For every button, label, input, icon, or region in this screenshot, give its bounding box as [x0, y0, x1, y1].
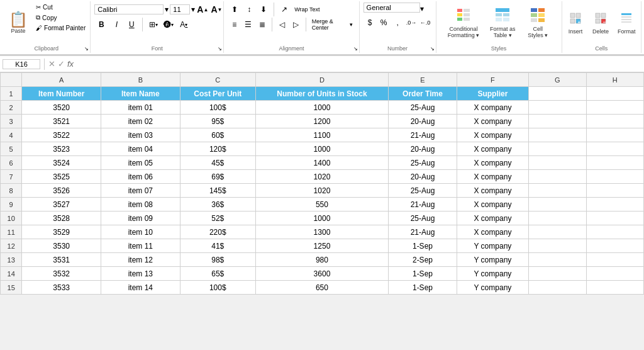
cell-D5[interactable]: 1000 — [255, 142, 388, 156]
decrease-decimal-button[interactable]: ←.0 — [419, 16, 432, 30]
cell-C5[interactable]: 120$ — [180, 142, 255, 156]
cell-A9[interactable]: 3527 — [22, 198, 101, 212]
cell-A4[interactable]: 3522 — [22, 128, 101, 142]
cell-G1[interactable] — [529, 87, 586, 101]
cell-D2[interactable]: 1000 — [255, 101, 388, 115]
cell-C8[interactable]: 145$ — [180, 184, 255, 198]
cell-H5[interactable] — [586, 142, 644, 156]
cell-C4[interactable]: 60$ — [180, 128, 255, 142]
font-launcher[interactable]: ↘ — [218, 46, 222, 52]
cell-E14[interactable]: 1-Sep — [389, 267, 457, 281]
cell-D1[interactable]: Number of Units in Stock — [255, 87, 388, 101]
font-color-button[interactable]: A▾ — [177, 18, 191, 31]
row-number-1[interactable]: 1 — [1, 87, 22, 101]
cell-F10[interactable]: X company — [457, 212, 528, 225]
cell-E8[interactable]: 25-Aug — [389, 184, 457, 198]
row-number-10[interactable]: 10 — [1, 212, 22, 225]
merge-center-button[interactable]: Merge & Center ▾ — [309, 18, 355, 31]
format-as-table-button[interactable]: Format asTable ▾ — [485, 4, 520, 42]
cell-F9[interactable]: X company — [457, 198, 528, 212]
paste-button[interactable]: 📋 Paste — [4, 3, 32, 43]
format-painter-button[interactable]: 🖌 Format Painter — [33, 23, 88, 33]
cell-B6[interactable]: item 05 — [101, 156, 180, 170]
align-bottom-button[interactable]: ⬇ — [257, 3, 270, 16]
cell-D14[interactable]: 3600 — [255, 267, 388, 281]
cell-C11[interactable]: 220$ — [180, 225, 255, 239]
cell-D4[interactable]: 1100 — [255, 128, 388, 142]
borders-button[interactable]: ⊞▾ — [147, 18, 160, 31]
italic-button[interactable]: I — [109, 18, 123, 31]
cell-B9[interactable]: item 08 — [101, 198, 180, 212]
col-header-E[interactable]: E — [389, 73, 457, 87]
cell-H9[interactable] — [586, 198, 644, 212]
cell-B1[interactable]: Item Name — [101, 87, 180, 101]
percent-button[interactable]: % — [377, 16, 391, 30]
cell-B13[interactable]: item 12 — [101, 253, 180, 267]
cell-F11[interactable]: X company — [457, 225, 528, 239]
shrink-font-button[interactable]: A▼ — [210, 3, 223, 16]
cell-C12[interactable]: 41$ — [180, 239, 255, 253]
delete-button[interactable]: − Delete — [589, 8, 612, 38]
cell-C9[interactable]: 36$ — [180, 198, 255, 212]
cell-F2[interactable]: X company — [457, 101, 528, 115]
cell-F14[interactable]: Y company — [457, 267, 528, 281]
row-number-12[interactable]: 12 — [1, 239, 22, 253]
rotate-text-button[interactable]: ↗ — [277, 3, 291, 16]
align-top-button[interactable]: ⬆ — [228, 3, 242, 16]
cell-H6[interactable] — [586, 156, 644, 170]
cell-A3[interactable]: 3521 — [22, 115, 101, 128]
cell-G2[interactable] — [529, 101, 586, 115]
row-number-5[interactable]: 5 — [1, 142, 22, 156]
cell-H1[interactable] — [586, 87, 644, 101]
cell-styles-button[interactable]: CellStyles ▾ — [523, 4, 553, 42]
col-header-H[interactable]: H — [586, 73, 644, 87]
row-number-13[interactable]: 13 — [1, 253, 22, 267]
cell-E12[interactable]: 1-Sep — [389, 239, 457, 253]
cell-A15[interactable]: 3533 — [22, 281, 101, 295]
cell-C2[interactable]: 100$ — [180, 101, 255, 115]
clipboard-launcher[interactable]: ↘ — [84, 46, 89, 52]
cell-C6[interactable]: 45$ — [180, 156, 255, 170]
font-name-input[interactable] — [94, 4, 164, 14]
cell-B7[interactable]: item 06 — [101, 170, 180, 184]
cell-H10[interactable] — [586, 212, 644, 225]
cell-E4[interactable]: 21-Aug — [389, 128, 457, 142]
cell-A2[interactable]: 3520 — [22, 101, 101, 115]
cell-A5[interactable]: 3523 — [22, 142, 101, 156]
cell-B2[interactable]: item 01 — [101, 101, 180, 115]
col-header-F[interactable]: F — [457, 73, 528, 87]
underline-button[interactable]: U — [125, 18, 138, 31]
format-button[interactable]: Format — [614, 8, 639, 38]
cell-H13[interactable] — [586, 253, 644, 267]
cell-C7[interactable]: 69$ — [180, 170, 255, 184]
align-center-button[interactable]: ☰ — [242, 18, 255, 31]
col-header-D[interactable]: D — [255, 73, 388, 87]
cell-B4[interactable]: item 03 — [101, 128, 180, 142]
currency-button[interactable]: $ — [364, 16, 377, 30]
cell-F5[interactable]: X company — [457, 142, 528, 156]
cut-button[interactable]: ✂ Cut — [33, 3, 88, 12]
cell-A12[interactable]: 3530 — [22, 239, 101, 253]
cell-C15[interactable]: 100$ — [180, 281, 255, 295]
cell-A10[interactable]: 3528 — [22, 212, 101, 225]
cell-D6[interactable]: 1400 — [255, 156, 388, 170]
cell-A11[interactable]: 3529 — [22, 225, 101, 239]
row-number-7[interactable]: 7 — [1, 170, 22, 184]
increase-indent-button[interactable]: ▷ — [289, 18, 303, 31]
cell-E10[interactable]: 25-Aug — [389, 212, 457, 225]
cell-D13[interactable]: 980 — [255, 253, 388, 267]
decrease-indent-button[interactable]: ◁ — [275, 18, 289, 31]
cell-G6[interactable] — [529, 156, 586, 170]
row-number-15[interactable]: 15 — [1, 281, 22, 295]
wrap-text-button[interactable]: Wrap Text — [292, 3, 322, 16]
cell-B8[interactable]: item 07 — [101, 184, 180, 198]
cell-H4[interactable] — [586, 128, 644, 142]
align-left-button[interactable]: ≡ — [228, 18, 241, 31]
cell-C14[interactable]: 65$ — [180, 267, 255, 281]
cell-G8[interactable] — [529, 184, 586, 198]
cell-D7[interactable]: 1020 — [255, 170, 388, 184]
cell-C13[interactable]: 98$ — [180, 253, 255, 267]
comma-button[interactable]: , — [391, 16, 404, 30]
cell-G7[interactable] — [529, 170, 586, 184]
cell-H3[interactable] — [586, 115, 644, 128]
